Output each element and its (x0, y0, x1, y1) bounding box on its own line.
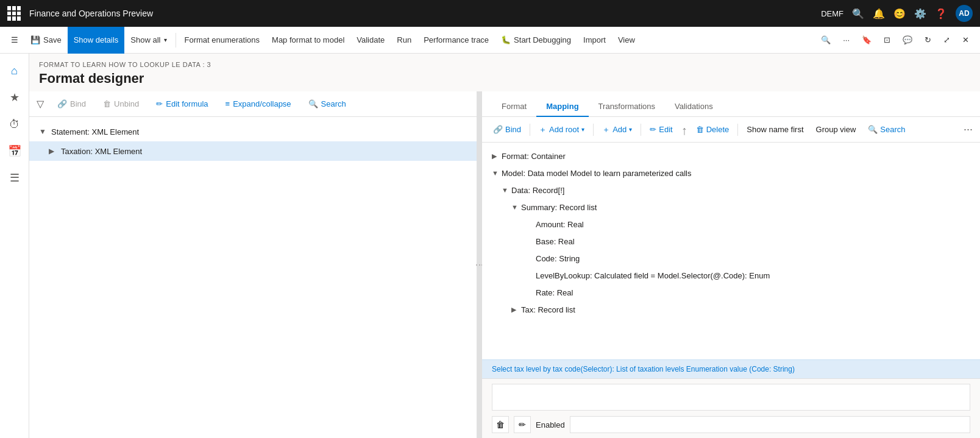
expand-icon[interactable]: ▶ (511, 306, 521, 314)
tab-mapping[interactable]: Mapping (536, 97, 588, 117)
map-edit-icon: ✏ (650, 125, 656, 134)
map-item[interactable]: LevelByLookup: Calculated field = Model.… (482, 267, 980, 284)
popout-cmd-button[interactable]: ⤢ (937, 27, 956, 54)
map-search-button[interactable]: 🔍 Search (864, 122, 909, 136)
app-grid-icon[interactable] (7, 6, 22, 21)
map-item[interactable]: ▼ Model: Data model Model to learn param… (482, 164, 980, 182)
search-icon[interactable]: 🔍 (852, 8, 864, 19)
tab-format[interactable]: Format (492, 97, 536, 117)
tree-item-label: Taxation: XML Element (61, 147, 142, 156)
avatar[interactable]: AD (956, 5, 973, 22)
map-bind-button[interactable]: 🔗 Bind (489, 122, 525, 136)
sidebar-icon-star[interactable]: ★ (2, 85, 27, 110)
map-group-view-button[interactable]: Group view (812, 122, 860, 136)
more-cmd-button[interactable]: ··· (837, 27, 856, 54)
unbind-button[interactable]: 🗑 Unbind (99, 97, 143, 111)
run-button[interactable]: Run (391, 27, 417, 54)
map-item[interactable]: ▶ Format: Container (482, 147, 980, 164)
map-format-button[interactable]: Map format to model (266, 27, 350, 54)
show-all-button[interactable]: Show all ▾ (124, 27, 172, 54)
tab-validations[interactable]: Validations (665, 97, 723, 117)
expand-collapse-icon: ≡ (225, 99, 230, 108)
map-edit-button[interactable]: ✏ Edit (646, 122, 676, 136)
tabs: Format Mapping Transformations Validatio… (482, 91, 980, 117)
notification-icon[interactable]: 🔔 (873, 8, 885, 19)
view-button[interactable]: View (612, 27, 641, 54)
settings-icon[interactable]: ⚙️ (914, 8, 926, 19)
command-bar: ☰ 💾 Save Show details Show all ▾ Format … (0, 27, 980, 54)
expand-icon[interactable]: ▶ (492, 152, 502, 160)
map-item[interactable]: ▶ Tax: Record list (482, 301, 980, 318)
formula-area: 🗑 ✏ Enabled (482, 378, 980, 438)
tree-expand-icon[interactable]: ▶ (49, 147, 59, 155)
start-debugging-button[interactable]: 🐛 Start Debugging (495, 27, 577, 54)
sidebar-icon-clock[interactable]: ⏱ (2, 112, 27, 136)
map-add-button[interactable]: ＋ Add ▾ (598, 122, 636, 138)
menu-button[interactable]: ☰ (5, 27, 24, 54)
map-item[interactable]: ▼ Summary: Record list (482, 199, 980, 216)
right-pane: Format Mapping Transformations Validatio… (482, 91, 980, 438)
map-show-name-button[interactable]: Show name first (743, 122, 807, 136)
map-item-label: Summary: Record list (521, 203, 597, 212)
map-sep-2 (593, 124, 594, 136)
map-delete-button[interactable]: 🗑 Delete (692, 122, 733, 136)
expand-icon[interactable]: ▼ (492, 169, 502, 177)
map-item[interactable]: ▼ Data: Record[!] (482, 182, 980, 199)
close-cmd-button[interactable]: ✕ (956, 27, 975, 54)
format-enumerations-button[interactable]: Format enumerations (179, 27, 266, 54)
tab-transformations[interactable]: Transformations (589, 97, 665, 117)
filter-icon[interactable]: ▽ (37, 98, 44, 110)
tree-item[interactable]: ▶ Taxation: XML Element (29, 141, 477, 161)
map-item-label: Data: Record[!] (511, 186, 564, 195)
tree-item-label: Statement: XML Element (51, 127, 139, 136)
help-icon[interactable]: ❓ (935, 8, 947, 19)
selected-item-text: Select tax level by tax code(Selector): … (492, 365, 795, 373)
show-details-button[interactable]: Show details (68, 27, 125, 54)
expand-icon[interactable]: ▼ (511, 203, 521, 211)
cursor-indicator: ↑ (681, 124, 687, 138)
enabled-input[interactable] (570, 416, 970, 433)
map-item-label: Format: Container (502, 152, 566, 161)
bind-button[interactable]: 🔗 Bind (54, 97, 90, 111)
map-item[interactable]: Code: String (482, 250, 980, 267)
expand-cmd-button[interactable]: ⊡ (878, 27, 897, 54)
user-icon[interactable]: 😊 (893, 8, 906, 19)
validate-button[interactable]: Validate (350, 27, 391, 54)
map-item[interactable]: Rate: Real (482, 284, 980, 301)
performance-trace-button[interactable]: Performance trace (417, 27, 495, 54)
bookmark-cmd-button[interactable]: 🔖 (856, 27, 878, 54)
add-chevron: ▾ (629, 126, 632, 133)
sidebar-icon-calendar[interactable]: 📅 (2, 139, 27, 163)
formula-delete-button[interactable]: 🗑 (492, 416, 509, 433)
expand-collapse-button[interactable]: ≡ Expand/collapse (222, 97, 295, 111)
tree-expand-icon[interactable]: ▼ (39, 127, 49, 136)
search-cmd-button[interactable]: 🔍 (815, 27, 837, 54)
map-bind-icon: 🔗 (493, 125, 503, 134)
title-right: DEMF 🔍 🔔 😊 ⚙️ ❓ AD (821, 5, 973, 22)
edit-formula-button[interactable]: ✏ Edit formula (152, 97, 211, 111)
selected-item-bar: Select tax level by tax code(Selector): … (482, 359, 980, 378)
formula-bottom: 🗑 ✏ Enabled (492, 412, 970, 433)
unbind-icon: 🗑 (103, 99, 111, 108)
formula-edit-button[interactable]: ✏ (514, 416, 531, 433)
page-header: FORMAT TO LEARN HOW TO LOOKUP LE DATA : … (29, 54, 980, 91)
sidebar-icon-list[interactable]: ☰ (2, 166, 27, 190)
sidebar-icon-home[interactable]: ⌂ (2, 58, 27, 83)
chat-cmd-button[interactable]: 💬 (897, 27, 918, 54)
map-add-root-button[interactable]: ＋ Add root ▾ (535, 122, 588, 138)
expand-icon[interactable]: ▼ (502, 186, 511, 194)
save-button[interactable]: 💾 Save (24, 27, 68, 54)
search-left-button[interactable]: 🔍 Search (305, 97, 350, 111)
mapping-toolbar: 🔗 Bind ＋ Add root ▾ ＋ Add ▾ (482, 117, 980, 143)
divider-handle[interactable]: ⋮ (477, 91, 482, 438)
refresh-cmd-button[interactable]: ↻ (918, 27, 937, 54)
main-layout: ⌂ ★ ⏱ 📅 ☰ FORMAT TO LEARN HOW TO LOOKUP … (0, 54, 980, 438)
formula-delete-icon: 🗑 (496, 420, 505, 429)
map-add-root-icon: ＋ (539, 124, 547, 135)
map-item[interactable]: Base: Real (482, 233, 980, 250)
tree-item[interactable]: ▼ Statement: XML Element (29, 122, 477, 141)
map-more-button[interactable]: ··· (964, 123, 973, 136)
import-button[interactable]: Import (577, 27, 612, 54)
formula-input[interactable] (492, 384, 970, 411)
map-item[interactable]: Amount: Real (482, 216, 980, 233)
